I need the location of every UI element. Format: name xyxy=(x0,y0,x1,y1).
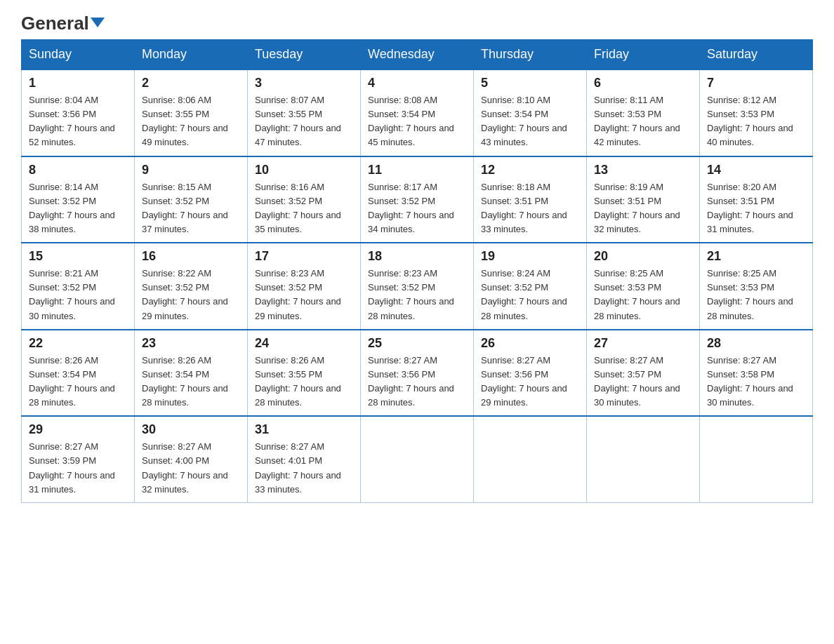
day-cell-14: 14Sunrise: 8:20 AMSunset: 3:51 PMDayligh… xyxy=(700,156,813,243)
header-monday: Monday xyxy=(135,40,248,70)
week-row-4: 22Sunrise: 8:26 AMSunset: 3:54 PMDayligh… xyxy=(22,330,813,417)
day-info: Sunrise: 8:24 AMSunset: 3:52 PMDaylight:… xyxy=(481,267,579,323)
week-row-3: 15Sunrise: 8:21 AMSunset: 3:52 PMDayligh… xyxy=(22,243,813,330)
day-info: Sunrise: 8:12 AMSunset: 3:53 PMDaylight:… xyxy=(707,93,805,150)
day-cell-18: 18Sunrise: 8:23 AMSunset: 3:52 PMDayligh… xyxy=(361,243,474,330)
day-number: 2 xyxy=(142,76,240,90)
day-number: 11 xyxy=(368,163,466,177)
day-cell-5: 5Sunrise: 8:10 AMSunset: 3:54 PMDaylight… xyxy=(474,69,587,156)
day-cell-11: 11Sunrise: 8:17 AMSunset: 3:52 PMDayligh… xyxy=(361,156,474,243)
logo-general-text: General xyxy=(21,14,105,32)
day-info: Sunrise: 8:25 AMSunset: 3:53 PMDaylight:… xyxy=(594,267,692,323)
header-thursday: Thursday xyxy=(474,40,587,70)
day-number: 12 xyxy=(481,163,579,177)
day-number: 22 xyxy=(29,336,127,351)
day-cell-19: 19Sunrise: 8:24 AMSunset: 3:52 PMDayligh… xyxy=(474,243,587,330)
day-cell-13: 13Sunrise: 8:19 AMSunset: 3:51 PMDayligh… xyxy=(587,156,700,243)
day-number: 21 xyxy=(707,249,805,264)
day-info: Sunrise: 8:26 AMSunset: 3:54 PMDaylight:… xyxy=(29,354,127,410)
day-cell-2: 2Sunrise: 8:06 AMSunset: 3:55 PMDaylight… xyxy=(135,69,248,156)
logo: General xyxy=(21,14,105,32)
empty-cell xyxy=(587,416,700,502)
day-number: 23 xyxy=(142,336,240,351)
day-info: Sunrise: 8:26 AMSunset: 3:55 PMDaylight:… xyxy=(255,354,353,410)
day-info: Sunrise: 8:27 AMSunset: 3:57 PMDaylight:… xyxy=(594,354,692,410)
day-number: 4 xyxy=(368,76,466,90)
day-info: Sunrise: 8:18 AMSunset: 3:51 PMDaylight:… xyxy=(481,180,579,237)
day-cell-26: 26Sunrise: 8:27 AMSunset: 3:56 PMDayligh… xyxy=(474,330,587,417)
day-info: Sunrise: 8:27 AMSunset: 4:01 PMDaylight:… xyxy=(255,440,353,497)
day-info: Sunrise: 8:07 AMSunset: 3:55 PMDaylight:… xyxy=(255,93,353,150)
day-cell-29: 29Sunrise: 8:27 AMSunset: 3:59 PMDayligh… xyxy=(22,416,135,502)
logo-triangle-icon xyxy=(91,18,105,27)
day-number: 24 xyxy=(255,336,353,351)
day-cell-23: 23Sunrise: 8:26 AMSunset: 3:54 PMDayligh… xyxy=(135,330,248,417)
day-number: 17 xyxy=(255,249,353,264)
day-info: Sunrise: 8:16 AMSunset: 3:52 PMDaylight:… xyxy=(255,180,353,237)
day-number: 6 xyxy=(594,76,692,90)
day-number: 3 xyxy=(255,76,353,90)
page-header: General xyxy=(21,14,813,32)
day-cell-24: 24Sunrise: 8:26 AMSunset: 3:55 PMDayligh… xyxy=(248,330,361,417)
day-info: Sunrise: 8:21 AMSunset: 3:52 PMDaylight:… xyxy=(29,267,127,323)
day-cell-30: 30Sunrise: 8:27 AMSunset: 4:00 PMDayligh… xyxy=(135,416,248,502)
week-row-2: 8Sunrise: 8:14 AMSunset: 3:52 PMDaylight… xyxy=(22,156,813,243)
day-number: 10 xyxy=(255,163,353,177)
day-number: 28 xyxy=(707,336,805,351)
day-number: 31 xyxy=(255,422,353,437)
day-number: 8 xyxy=(29,163,127,177)
day-cell-22: 22Sunrise: 8:26 AMSunset: 3:54 PMDayligh… xyxy=(22,330,135,417)
day-cell-31: 31Sunrise: 8:27 AMSunset: 4:01 PMDayligh… xyxy=(248,416,361,502)
header-sunday: Sunday xyxy=(22,40,135,70)
day-number: 27 xyxy=(594,336,692,351)
day-number: 25 xyxy=(368,336,466,351)
day-info: Sunrise: 8:11 AMSunset: 3:53 PMDaylight:… xyxy=(594,93,692,150)
week-row-5: 29Sunrise: 8:27 AMSunset: 3:59 PMDayligh… xyxy=(22,416,813,502)
day-number: 5 xyxy=(481,76,579,90)
day-cell-16: 16Sunrise: 8:22 AMSunset: 3:52 PMDayligh… xyxy=(135,243,248,330)
day-number: 19 xyxy=(481,249,579,264)
week-row-1: 1Sunrise: 8:04 AMSunset: 3:56 PMDaylight… xyxy=(22,69,813,156)
day-info: Sunrise: 8:15 AMSunset: 3:52 PMDaylight:… xyxy=(142,180,240,237)
day-info: Sunrise: 8:22 AMSunset: 3:52 PMDaylight:… xyxy=(142,267,240,323)
day-cell-7: 7Sunrise: 8:12 AMSunset: 3:53 PMDaylight… xyxy=(700,69,813,156)
day-number: 15 xyxy=(29,249,127,264)
day-info: Sunrise: 8:04 AMSunset: 3:56 PMDaylight:… xyxy=(29,93,127,150)
day-cell-21: 21Sunrise: 8:25 AMSunset: 3:53 PMDayligh… xyxy=(700,243,813,330)
empty-cell xyxy=(700,416,813,502)
day-info: Sunrise: 8:27 AMSunset: 3:56 PMDaylight:… xyxy=(368,354,466,410)
header-friday: Friday xyxy=(587,40,700,70)
day-info: Sunrise: 8:14 AMSunset: 3:52 PMDaylight:… xyxy=(29,180,127,237)
calendar-header-row: SundayMondayTuesdayWednesdayThursdayFrid… xyxy=(22,40,813,70)
day-cell-10: 10Sunrise: 8:16 AMSunset: 3:52 PMDayligh… xyxy=(248,156,361,243)
day-cell-3: 3Sunrise: 8:07 AMSunset: 3:55 PMDaylight… xyxy=(248,69,361,156)
day-cell-6: 6Sunrise: 8:11 AMSunset: 3:53 PMDaylight… xyxy=(587,69,700,156)
day-number: 7 xyxy=(707,76,805,90)
day-number: 29 xyxy=(29,422,127,437)
day-cell-28: 28Sunrise: 8:27 AMSunset: 3:58 PMDayligh… xyxy=(700,330,813,417)
day-number: 20 xyxy=(594,249,692,264)
day-info: Sunrise: 8:08 AMSunset: 3:54 PMDaylight:… xyxy=(368,93,466,150)
day-number: 1 xyxy=(29,76,127,90)
day-number: 26 xyxy=(481,336,579,351)
empty-cell xyxy=(474,416,587,502)
calendar-table: SundayMondayTuesdayWednesdayThursdayFrid… xyxy=(21,39,813,503)
day-info: Sunrise: 8:27 AMSunset: 4:00 PMDaylight:… xyxy=(142,440,240,497)
day-info: Sunrise: 8:25 AMSunset: 3:53 PMDaylight:… xyxy=(707,267,805,323)
day-cell-25: 25Sunrise: 8:27 AMSunset: 3:56 PMDayligh… xyxy=(361,330,474,417)
header-tuesday: Tuesday xyxy=(248,40,361,70)
day-info: Sunrise: 8:19 AMSunset: 3:51 PMDaylight:… xyxy=(594,180,692,237)
day-info: Sunrise: 8:27 AMSunset: 3:59 PMDaylight:… xyxy=(29,440,127,497)
day-cell-12: 12Sunrise: 8:18 AMSunset: 3:51 PMDayligh… xyxy=(474,156,587,243)
day-info: Sunrise: 8:20 AMSunset: 3:51 PMDaylight:… xyxy=(707,180,805,237)
day-cell-20: 20Sunrise: 8:25 AMSunset: 3:53 PMDayligh… xyxy=(587,243,700,330)
day-info: Sunrise: 8:23 AMSunset: 3:52 PMDaylight:… xyxy=(368,267,466,323)
header-saturday: Saturday xyxy=(700,40,813,70)
day-info: Sunrise: 8:27 AMSunset: 3:58 PMDaylight:… xyxy=(707,354,805,410)
day-info: Sunrise: 8:26 AMSunset: 3:54 PMDaylight:… xyxy=(142,354,240,410)
day-cell-27: 27Sunrise: 8:27 AMSunset: 3:57 PMDayligh… xyxy=(587,330,700,417)
day-number: 14 xyxy=(707,163,805,177)
day-info: Sunrise: 8:27 AMSunset: 3:56 PMDaylight:… xyxy=(481,354,579,410)
day-info: Sunrise: 8:17 AMSunset: 3:52 PMDaylight:… xyxy=(368,180,466,237)
empty-cell xyxy=(361,416,474,502)
